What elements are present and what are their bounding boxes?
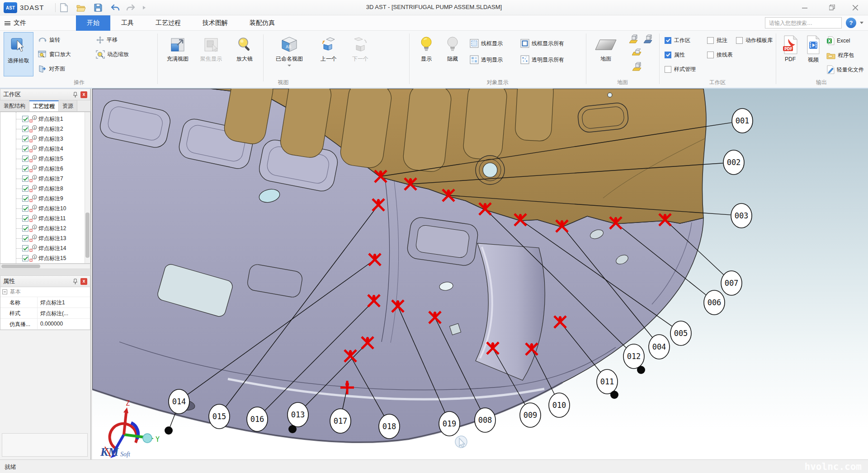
balloon-005[interactable]: 005 [670,321,691,345]
checkbox-属性[interactable]: 属性 [665,51,685,59]
dynamic-zoom-button[interactable]: 动态缩放 [96,49,129,60]
balloon-012[interactable]: 012 [623,344,644,369]
checkbox-工作区[interactable]: 工作区 [665,36,690,44]
transparent-all-button[interactable]: 透明显示所有 [520,54,564,65]
property-row-名称[interactable]: 名称焊点标注1 [0,297,90,308]
ground-style-3-button[interactable] [632,47,643,58]
balloon-014[interactable]: 014 [169,389,189,414]
tree-checkbox[interactable] [22,245,28,251]
pin-icon[interactable] [72,91,79,98]
tree-checkbox[interactable] [22,156,28,162]
tree-checkbox[interactable] [22,175,28,182]
focus-display-button[interactable]: 聚焦显示 [195,36,227,63]
transparent-button[interactable]: 透明显示 [470,54,503,65]
magnifier-button[interactable]: 放大镜 [229,36,260,63]
tree-item-焊点标注12[interactable]: 1焊点标注12 [0,223,90,233]
export-lightweight-button[interactable]: 轻量化文件 [826,64,864,75]
menu-tab-技术图解[interactable]: 技术图解 [192,15,239,31]
close-button[interactable] [846,0,864,15]
tree-item-焊点标注15[interactable]: 1焊点标注15 [0,253,90,263]
menu-file[interactable]: 文件 [0,15,33,31]
balloon-007[interactable]: 007 [721,271,742,295]
balloon-001[interactable]: 001 [732,109,753,133]
balloon-017[interactable]: 017 [330,409,351,433]
tree-item-焊点标注3[interactable]: 1焊点标注3 [0,134,90,144]
tree-checkbox[interactable] [22,225,28,232]
tree-item-焊点标注4[interactable]: 1焊点标注4 [0,144,90,154]
balloon-018[interactable]: 018 [379,414,400,439]
tree-item-焊点标注1[interactable]: 1焊点标注1 [0,114,90,124]
workspace-tab-资源[interactable]: 资源 [59,100,77,111]
balloon-004[interactable]: 004 [649,335,670,359]
tree-item-焊点标注7[interactable]: 1焊点标注7 [0,174,90,184]
help-dropdown-caret[interactable] [860,22,863,24]
wireframe-button[interactable]: 线框显示 [470,38,503,49]
checkbox-样式管理[interactable]: 样式管理 [665,65,696,73]
tree-checkbox[interactable] [22,136,28,142]
tree-item-焊点标注8[interactable]: 1焊点标注8 [0,184,90,194]
balloon-019[interactable]: 019 [439,412,460,436]
tree-checkbox[interactable] [22,146,28,152]
workspace-panel-close-icon[interactable]: x [80,91,87,98]
tree-item-焊点标注6[interactable]: 1焊点标注6 [0,164,90,174]
property-row-样式[interactable]: 样式焊点标注(... [0,308,90,319]
tree-item-焊点标注11[interactable]: 1焊点标注11 [0,213,90,223]
export-pdf-button[interactable]: PDF PDF [779,35,801,62]
wireframe-all-button[interactable]: 线框显示所有 [520,38,564,49]
export-package-button[interactable]: 程序包 [826,50,854,61]
tree-checkbox[interactable] [22,235,28,241]
property-row-仿真播...[interactable]: 仿真播...0.000000 [0,319,90,330]
tree-item-焊点标注5[interactable]: 1焊点标注5 [0,154,90,164]
collapse-icon[interactable] [2,289,7,294]
balloon-006[interactable]: 006 [704,290,725,315]
tree-scrollbar-thumb[interactable] [85,213,90,258]
window-zoom-button[interactable]: 窗口放大 [38,49,71,60]
ground-style-2-button[interactable] [643,33,654,44]
tree-hscrollbar-thumb[interactable] [1,265,40,268]
properties-panel-close-icon[interactable]: x [80,278,87,285]
menu-tab-开始[interactable]: 开始 [76,15,110,31]
workspace-tab-工艺过程[interactable]: 工艺过程 [29,100,59,111]
balloon-011[interactable]: 011 [597,369,618,394]
menu-tab-工具[interactable]: 工具 [110,15,145,31]
align-face-button[interactable]: 对齐面 [38,63,65,74]
help-button[interactable]: ? [846,18,856,28]
rotate-button[interactable]: 旋转 [38,34,60,45]
export-video-button[interactable]: 视频 [803,35,824,64]
tree-item-焊点标注13[interactable]: 1焊点标注13 [0,233,90,243]
checkbox-动作模板库[interactable]: 动作模板库 [736,36,773,44]
tree-item-焊点标注9[interactable]: 1焊点标注9 [0,194,90,203]
balloon-015[interactable]: 015 [209,404,230,429]
tree-horizontal-scrollbar[interactable] [0,264,90,269]
tree-checkbox[interactable] [22,126,28,132]
checkbox-批注[interactable]: 批注 [707,36,727,44]
tree-checkbox[interactable] [22,166,28,172]
tree-item-焊点标注2[interactable]: 1焊点标注2 [0,124,90,134]
tree-item-焊点标注14[interactable]: 1焊点标注14 [0,243,90,253]
tree-item-焊点标注10[interactable]: 1焊点标注10 [0,203,90,213]
tree-vertical-scrollbar[interactable] [85,112,90,263]
properties-group-row[interactable]: 基本 [0,287,90,297]
ground-style-1-button[interactable] [628,33,639,44]
prev-view-button[interactable]: 上一个 [314,36,344,63]
restore-button[interactable] [823,0,841,15]
tree-checkbox[interactable] [22,205,28,212]
tree-checkbox[interactable] [22,195,28,202]
menu-tab-装配仿真[interactable]: 装配仿真 [239,15,286,31]
menu-tab-工艺过程[interactable]: 工艺过程 [145,15,192,31]
hide-button[interactable]: 隐藏 [440,36,465,63]
ground-style-4-button[interactable] [632,61,643,71]
export-excel-button[interactable]: X Excel [826,35,850,46]
ground-button[interactable]: 地面 [590,37,622,63]
workspace-tab-装配结构[interactable]: 装配结构 [0,100,29,111]
pan-button[interactable]: 平移 [96,34,118,45]
named-views-button[interactable]: AB 已命名视图 [269,36,310,66]
viewport-3d[interactable]: 0010020030040050060070080090100110120130… [92,89,868,459]
balloon-016[interactable]: 016 [247,407,268,431]
balloon-010[interactable]: 010 [549,393,570,417]
tree-checkbox[interactable] [22,116,28,122]
tree-checkbox[interactable] [22,185,28,192]
select-pick-button[interactable]: 选择拾取 [4,32,33,76]
next-view-button[interactable]: 下一个 [345,36,375,63]
checkbox-接线表[interactable]: 接线表 [707,51,733,59]
